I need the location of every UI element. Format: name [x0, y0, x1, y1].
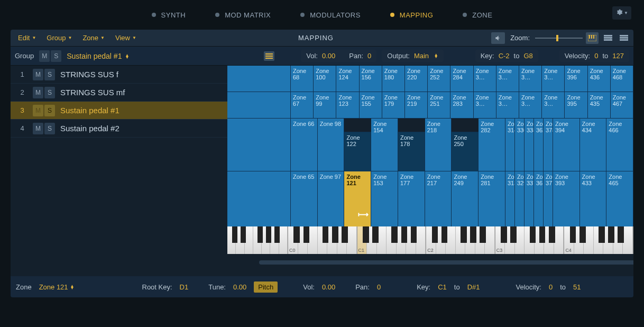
black-key[interactable] — [570, 226, 576, 243]
black-key[interactable] — [332, 226, 338, 243]
black-key[interactable] — [363, 226, 369, 243]
zone-pan-value[interactable]: 0 — [377, 283, 381, 291]
key-lo[interactable]: C-2 — [499, 52, 510, 60]
zone-cell[interactable]: Zone 378 — [544, 119, 553, 171]
zone-cell[interactable]: Zone 251 — [428, 92, 450, 118]
solo-button[interactable]: S — [44, 105, 55, 116]
mute-button[interactable]: M — [33, 105, 43, 116]
zone-cell[interactable]: Zone 283 — [450, 92, 473, 118]
zone-cell[interactable]: Zone 284 — [450, 66, 473, 92]
tab-mapping[interactable]: MAPPING — [375, 7, 448, 23]
zone-map[interactable]: Zone 68Zone 100Zone 124Zone 156Zone 180Z… — [227, 66, 633, 276]
tab-modulators[interactable]: MODULATORS — [286, 7, 375, 23]
root-key-value[interactable]: D1 — [180, 283, 189, 291]
zone-vel-lo[interactable]: 0 — [549, 283, 553, 291]
black-key[interactable] — [510, 226, 517, 243]
zone-cell[interactable]: Zone 282 — [479, 119, 505, 171]
group-list-row[interactable]: 1 M S STRINGS SUS f — [11, 66, 227, 84]
black-key[interactable] — [391, 226, 398, 243]
tab-zone[interactable]: ZONE — [448, 7, 507, 23]
zone-cell[interactable]: Zone 123 — [336, 92, 359, 118]
zoom-slider[interactable] — [535, 33, 583, 43]
list-menu-button[interactable] — [264, 51, 274, 61]
view-menu[interactable]: View▼ — [111, 32, 141, 44]
white-key[interactable] — [347, 226, 357, 254]
black-key[interactable] — [461, 226, 467, 243]
keyboard-octave[interactable]: C4 — [564, 226, 633, 254]
zone-cell[interactable]: Zone 3… — [496, 66, 519, 92]
black-key[interactable] — [470, 226, 476, 243]
black-key[interactable] — [323, 226, 329, 243]
mute-button[interactable]: M — [33, 69, 43, 80]
black-key[interactable] — [303, 226, 310, 243]
zone-cell[interactable]: Zone 154 — [371, 119, 398, 171]
zone-cell[interactable]: Zone 219 — [405, 92, 428, 118]
zone-cell[interactable]: Zone 3… — [519, 66, 542, 92]
zone-key-lo[interactable]: C1 — [438, 283, 447, 291]
zone-cell[interactable]: Zone 66 — [291, 119, 318, 171]
zone-cell[interactable]: Zone 466 — [606, 119, 633, 171]
black-key[interactable] — [274, 226, 280, 243]
black-key[interactable] — [480, 226, 486, 243]
black-key[interactable] — [579, 226, 586, 243]
zone-cell[interactable]: Zone 396 — [565, 66, 587, 92]
zone-cell[interactable]: Zone 67 — [291, 92, 314, 118]
black-key[interactable] — [530, 226, 536, 243]
black-key[interactable] — [432, 226, 438, 243]
horizontal-scrollbar[interactable] — [227, 258, 633, 267]
zone-cell[interactable]: Zone 100 — [314, 66, 336, 92]
black-key[interactable] — [342, 226, 348, 243]
pitch-button[interactable]: Pitch — [254, 281, 278, 293]
solo-button[interactable]: S — [44, 87, 55, 98]
zone-vol-value[interactable]: 0.00 — [322, 283, 335, 291]
white-key[interactable] — [554, 226, 564, 254]
keyboard-octave[interactable]: C1 — [357, 226, 427, 254]
keyboard[interactable]: C0C1C2C3C4 — [227, 226, 633, 254]
white-key[interactable] — [279, 226, 288, 254]
audition-button[interactable] — [491, 32, 505, 44]
black-key[interactable] — [441, 226, 448, 243]
zone-cell[interactable]: Zone 124 — [336, 66, 359, 92]
zone-vel-hi[interactable]: 51 — [573, 283, 581, 291]
black-key[interactable] — [372, 226, 379, 243]
zone-cell[interactable]: Zone 435 — [588, 92, 611, 118]
black-key[interactable] — [241, 226, 246, 243]
zone-cell[interactable]: Zone 99 — [314, 92, 336, 118]
white-key[interactable] — [623, 226, 633, 254]
white-key[interactable] — [485, 226, 495, 254]
zone-cell[interactable]: Zone 250 — [452, 132, 479, 171]
zone-cell[interactable]: Zone 362 — [534, 119, 544, 171]
zone-cell[interactable]: Zone 252 — [428, 66, 450, 92]
zone-cell[interactable]: Zone 3… — [519, 92, 542, 118]
view-keyboard-button[interactable] — [586, 32, 599, 44]
output-value[interactable]: Main ▲▼ — [414, 52, 438, 60]
pan-value[interactable]: 0 — [367, 52, 371, 60]
keyboard-octave[interactable]: C0 — [288, 226, 357, 254]
zone-cell[interactable]: Zone 179 — [382, 92, 405, 118]
zone-cell[interactable]: Zone 395 — [565, 92, 587, 118]
solo-button[interactable]: S — [51, 50, 61, 62]
scrollbar-thumb[interactable] — [259, 260, 633, 265]
zone-cell[interactable]: Zone 436 — [588, 66, 611, 92]
zone-cell[interactable]: Zone 122 — [344, 132, 371, 171]
slider-thumb[interactable] — [556, 35, 558, 41]
zone-cell[interactable]: Zone 220 — [405, 66, 428, 92]
zone-cell[interactable]: Zone 3… — [496, 92, 519, 118]
zone-key-hi[interactable]: D#1 — [467, 283, 480, 291]
mute-button[interactable]: M — [33, 87, 43, 98]
keyboard-octave[interactable]: C3 — [495, 226, 565, 254]
tab-mod-matrix[interactable]: MOD MATRIX — [200, 7, 286, 23]
zone-cell[interactable]: Zone 218 — [425, 119, 452, 171]
zone-cell[interactable]: Zone 434 — [580, 119, 607, 171]
white-key[interactable] — [416, 226, 426, 254]
black-key[interactable] — [618, 226, 624, 243]
zone-cell[interactable]: Zone 330 — [515, 119, 525, 171]
group-list-row[interactable]: 2 M S STRINGS SUS mf — [11, 84, 227, 102]
keyboard-octave[interactable] — [227, 226, 288, 254]
zone-cell[interactable]: Zone 467 — [611, 92, 633, 118]
zone-name-select[interactable]: Zone 121▲▼ — [39, 283, 75, 291]
mute-button[interactable]: M — [39, 50, 50, 62]
key-hi[interactable]: G8 — [523, 52, 532, 60]
zone-cell[interactable]: Zone 3… — [542, 92, 565, 118]
zone-cell[interactable]: Zone 178 — [398, 132, 425, 171]
